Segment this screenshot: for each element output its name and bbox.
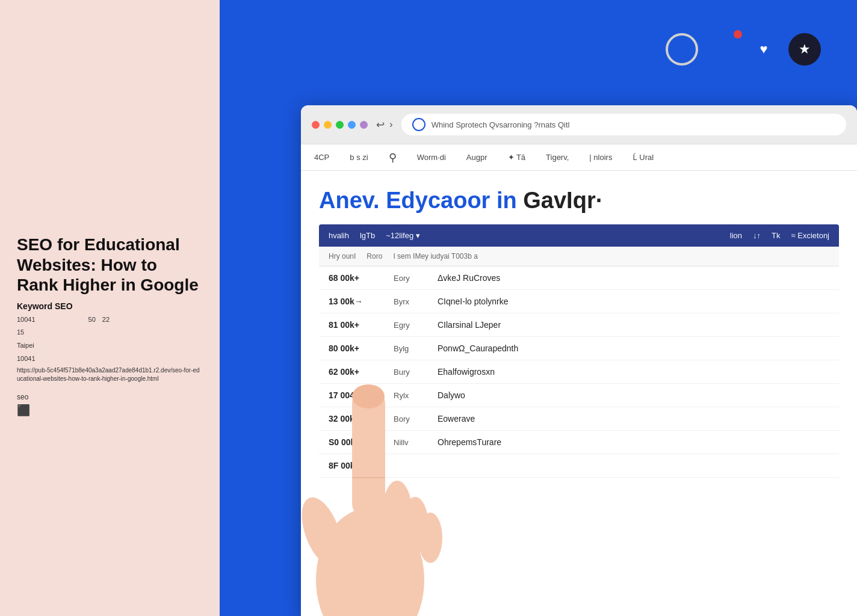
col-header-arrow: ↓↑: [753, 231, 761, 240]
cell-keyword: CIlarsinal LJeper: [438, 320, 829, 330]
cell-volume: 81 00k+: [329, 320, 383, 330]
sidebar: SEO for Educational Websites: How to Ran…: [0, 0, 220, 616]
table-row[interactable]: 8F 00k+: [319, 454, 839, 478]
col-header-tk: Tk: [772, 231, 780, 240]
tab-nloirs[interactable]: | nloirs: [587, 146, 614, 169]
cell-volume: 32 00k+: [329, 414, 383, 424]
cell-diff: Bury: [394, 368, 427, 377]
col-header-lion: lion: [730, 231, 742, 240]
tab-search[interactable]: ⚲: [386, 144, 399, 171]
table-row[interactable]: 80 00k+ Bylg PonwΩ_Caurapednth: [319, 337, 839, 360]
cell-diff: Byrx: [394, 297, 427, 306]
back-icon[interactable]: ↩: [376, 119, 385, 131]
cell-diff: Rylx: [394, 391, 427, 400]
cell-volume: 13 00k→: [329, 297, 383, 306]
table-row[interactable]: 32 00k+ Bory Eowerave: [319, 407, 839, 431]
traffic-light-red[interactable]: [312, 121, 320, 129]
cell-keyword: CIqneI-lo ptolynrke: [438, 297, 829, 306]
deco-circle-heart: ♥: [747, 33, 780, 66]
cell-keyword: OhrepemsTurare: [438, 437, 829, 447]
meta-code: 10041: [17, 354, 203, 365]
cell-volume: S0 00k+: [329, 437, 383, 447]
main-area: ♥ ★ ↩ › Whind Sprotech Qvsarroning ?rnat…: [220, 0, 857, 616]
cell-diff: Egry: [394, 321, 427, 330]
col-header-excietonj: ≈ Excietonj: [791, 231, 830, 240]
table-header: hvalih lgTb ~12lifeg ▾ lion ↓↑ Tk ≈ Exci…: [319, 224, 839, 247]
cell-keyword: PonwΩ_Caurapednth: [438, 343, 829, 353]
browser-tabs: 4CP b s zi ⚲ Worm·di Augpr ✦ Tā Tigerv, …: [301, 144, 857, 171]
browser-content: Anev. Edycaoor in GavIqr· hvalih lgTb ~1…: [301, 171, 857, 478]
cell-keyword: Ehalfowigrosxn: [438, 367, 829, 377]
tab-ta[interactable]: ✦ Tā: [506, 146, 528, 169]
deco-icons: ♥ ★: [666, 33, 821, 66]
deco-circle-dark: ★: [788, 33, 821, 66]
tag-label: seo: [17, 393, 203, 401]
table-body: 68 00k+ Eory ΔvkeJ RuCroves 13 00k→ Byrx…: [319, 266, 839, 478]
table-row[interactable]: 81 00k+ Egry CIlarsinal LJeper: [319, 313, 839, 337]
col-header-lifeg: ~12lifeg ▾: [386, 231, 719, 240]
traffic-light-green[interactable]: [336, 121, 344, 129]
subheader-desc: I sem IMey iudyai T003b a: [393, 252, 478, 260]
cell-diff: Bylg: [394, 344, 427, 353]
forward-icon[interactable]: ›: [389, 119, 393, 131]
cell-keyword: ΔvkeJ RuCroves: [438, 273, 829, 283]
table-row[interactable]: S0 00k+ Nillv OhrepemsTurare: [319, 431, 839, 454]
address-circle-icon: [412, 118, 425, 131]
cell-volume: 80 00k+: [329, 343, 383, 353]
cell-keyword: Dalywo: [438, 390, 829, 400]
tab-worm-di[interactable]: Worm·di: [415, 146, 448, 169]
browser-nav: ↩ ›: [376, 119, 393, 131]
deco-circle-blue: [707, 33, 739, 66]
meta-line-1: 10041 50 22: [17, 315, 203, 325]
traffic-light-blue[interactable]: [348, 121, 356, 129]
address-bar[interactable]: Whind Sprotech Qvsarroning ?rnats Qitl: [401, 114, 846, 135]
cell-diff: Nillv: [394, 438, 427, 447]
cell-volume: 68 00k+: [329, 273, 383, 283]
table-row[interactable]: 17 004+ Rylx Dalywo: [319, 384, 839, 407]
traffic-light-purple[interactable]: [360, 121, 368, 129]
tab-ural[interactable]: Ĺ Ural: [630, 146, 656, 169]
traffic-light-yellow[interactable]: [324, 121, 332, 129]
tab-b-s-zi[interactable]: b s zi: [347, 146, 370, 169]
cell-diff: Bory: [394, 414, 427, 424]
article-url: https://pub-5c454f571b8e40a3a2aad27ade84…: [17, 366, 203, 383]
meta-city: Taipei: [17, 340, 203, 351]
browser-window: ↩ › Whind Sprotech Qvsarroning ?rnats Qi…: [301, 105, 857, 616]
table-row[interactable]: 62 00k+ Bury Ehalfowigrosxn: [319, 360, 839, 384]
table-row[interactable]: 68 00k+ Eory ΔvkeJ RuCroves: [319, 266, 839, 290]
tab-augpr[interactable]: Augpr: [464, 146, 490, 169]
cell-diff: Eory: [394, 274, 427, 283]
cell-keyword: Eowerave: [438, 414, 829, 424]
browser-chrome: ↩ › Whind Sprotech Qvsarroning ?rnats Qi…: [301, 105, 857, 144]
table-row[interactable]: 13 00k→ Byrx CIqneI-lo ptolynrke: [319, 290, 839, 313]
tab-4cp[interactable]: 4CP: [312, 146, 332, 169]
article-title: SEO for Educational Websites: How to Ran…: [17, 235, 203, 295]
cell-volume: 8F 00k+: [329, 461, 383, 470]
title-black: GavIqr·: [523, 188, 602, 213]
subheader-roro: Roro: [367, 252, 382, 260]
tab-tigerv[interactable]: Tigerv,: [543, 146, 571, 169]
title-blue: Anev. Edycaoor in: [319, 188, 517, 213]
subheader-hry: Hry ounI: [329, 252, 356, 260]
address-text: Whind Sprotech Qvsarroning ?rnats Qitl: [432, 120, 570, 129]
table-subheader: Hry ounI Roro I sem IMey iudyai T003b a: [319, 247, 839, 266]
cell-volume: 62 00k+: [329, 367, 383, 377]
traffic-lights: [312, 121, 368, 129]
col-header-lgtb: lgTb: [360, 231, 375, 240]
content-title: Anev. Edycaoor in GavIqr·: [319, 188, 839, 214]
keyword-label: Keyword SEO: [17, 301, 203, 311]
cell-volume: 17 004+: [329, 390, 383, 400]
tag-icon: ⬛: [17, 404, 203, 417]
deco-circle-outline: [666, 33, 698, 66]
col-header-hvalih: hvalih: [329, 231, 349, 240]
meta-line-2: 15: [17, 327, 203, 338]
